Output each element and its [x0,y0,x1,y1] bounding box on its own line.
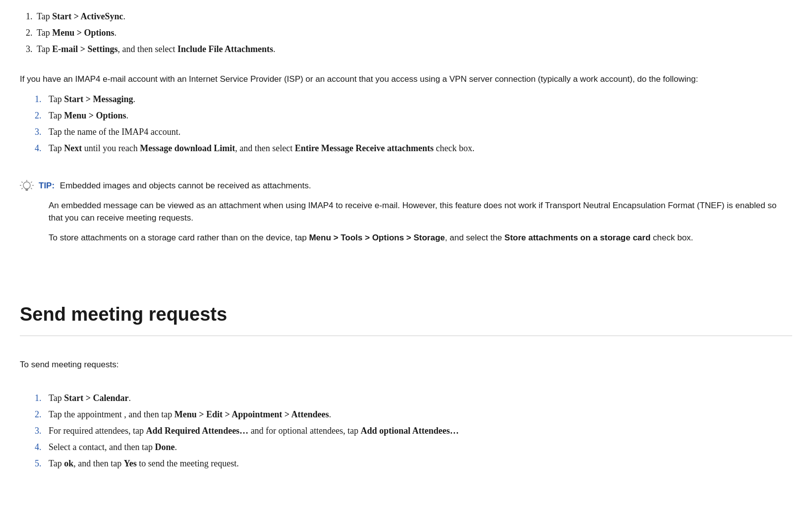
bold-text: Add optional Attendees… [361,426,459,436]
bold-text: Entire Message Receive attachments [295,143,434,153]
imap-list: Tap Start > Messaging. Tap Menu > Option… [35,93,792,155]
tip-first-line: TIP: Embedded images and objects cannot … [39,179,792,192]
list-item: For required attendees, tap Add Required… [35,424,792,438]
bold-text: Store attachments on a storage card [505,233,651,242]
divider [20,336,792,336]
send-intro: To send meeting requests: [20,358,792,371]
svg-line-5 [22,182,23,183]
tip-box: TIP: Embedded images and objects cannot … [20,179,792,251]
tip-paragraph-2: To store attachments on a storage card r… [49,231,792,244]
tip-label: TIP: [39,181,55,190]
svg-rect-10 [26,190,28,191]
bold-text: Next [64,143,82,153]
bold-text: Yes [124,458,137,468]
bold-text: Done [155,442,174,452]
send-list: Tap Start > Calendar. Tap the appointmen… [35,392,792,470]
tip-content: TIP: Embedded images and objects cannot … [39,179,792,251]
tip-first-text: Embedded images and objects cannot be re… [60,181,311,190]
bold-text: Start > Calendar [64,393,128,403]
top-section: Tap Start > ActiveSync. Tap Menu > Optio… [20,10,792,56]
svg-rect-9 [25,189,28,190]
bold-text: E-mail > Settings [52,44,117,54]
bold-text: Menu > Edit > Appointment > Attendees [174,409,329,419]
list-item: Tap the appointment , and then tap Menu … [35,408,792,421]
section-heading: Send meeting requests [20,300,792,329]
svg-point-0 [23,182,30,189]
imap-paragraph: If you have an IMAP4 e-mail account with… [20,72,792,86]
svg-line-6 [31,182,32,183]
bold-text: Menu > Options [64,111,126,120]
list-item: Tap Menu > Options. [35,26,792,40]
svg-line-7 [22,188,23,189]
list-item: Tap Start > ActiveSync. [35,10,792,23]
bold-text: Start > Messaging [64,94,133,104]
bold-text: Message download Limit [140,143,235,153]
bold-text: Menu > Tools > Options > Storage [309,233,445,242]
bold-text: Menu > Options [52,28,114,38]
bold-text: Add Required Attendees… [146,426,248,436]
list-item: Tap E-mail > Settings, and then select I… [35,43,792,56]
list-item: Tap Menu > Options. [35,109,792,122]
top-list: Tap Start > ActiveSync. Tap Menu > Optio… [35,10,792,56]
bold-text: Start > ActiveSync [52,11,123,21]
bold-text: Include File Attachments [177,44,273,54]
svg-line-8 [31,188,32,189]
tip-icon [20,180,34,198]
list-item: Tap Next until you reach Message downloa… [35,142,792,155]
list-item: Tap the name of the IMAP4 account. [35,125,792,139]
imap-text: If you have an IMAP4 e-mail account with… [20,74,698,84]
bold-text: ok [64,458,73,468]
list-item: Tap Start > Messaging. [35,93,792,106]
tip-paragraph-1: An embedded message can be viewed as an … [49,199,792,225]
list-item: Tap ok, and then tap Yes to send the mee… [35,457,792,470]
list-item: Select a contact, and then tap Done. [35,441,792,454]
list-item: Tap Start > Calendar. [35,392,792,405]
